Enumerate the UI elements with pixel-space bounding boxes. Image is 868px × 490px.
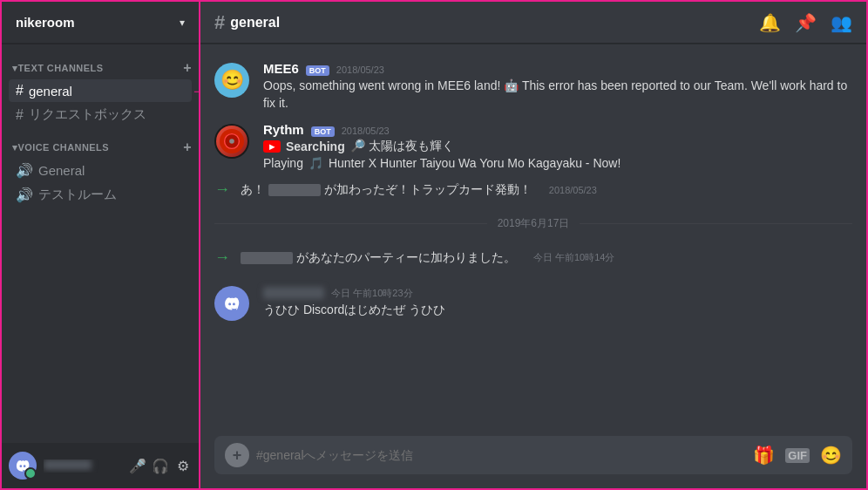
message-group: 😊 MEE6 BOT 2018/05/23 Oops, something we… [200, 58, 866, 115]
add-attachment-button[interactable]: + [225, 443, 249, 467]
searching-label: Searching [286, 140, 345, 153]
message-timestamp: 2018/05/23 [336, 65, 384, 75]
settings-button[interactable]: ⚙ [174, 457, 192, 474]
sidebar: nikeroom ▾ ▾ TEXT CHANNELS + # general →… [0, 0, 200, 490]
message-input-box: + 🎁 GIF 😊 [214, 436, 852, 474]
message-header: Rythm BOT 2018/05/23 [263, 122, 852, 137]
emoji-icon[interactable]: 😊 [820, 445, 842, 466]
add-text-channel-button[interactable]: + [183, 61, 192, 75]
svg-point-2 [229, 139, 234, 144]
playing-label: Playing [263, 156, 303, 170]
message-header: 今日 午前10時23分 [263, 284, 852, 300]
playing-song: Hunter X Hunter Taiyou Wa Yoru Mo Kagaya… [329, 156, 620, 170]
message-text: うひひ Discordはじめたぜ うひひ [263, 302, 852, 319]
voice-channels-label: VOICE CHANNELS [17, 142, 183, 153]
volume-icon: 🔊 [16, 162, 33, 179]
bell-icon[interactable]: 🔔 [759, 12, 781, 33]
message-group: Rythm BOT 2018/05/23 ▶ Searching 🔎 太陽は夜も… [200, 119, 866, 174]
message-author: MEE6 [263, 61, 299, 76]
system-text-2: があなたのパーティーに加わりました。 [241, 250, 516, 266]
voice-channel-general: General [38, 163, 85, 178]
youtube-icon: ▶ [263, 140, 281, 153]
arrow-indicator: → [190, 78, 199, 103]
blurred-username [268, 184, 321, 196]
join-arrow-icon: → [214, 180, 230, 199]
text-channels-section[interactable]: ▾ TEXT CHANNELS + [2, 58, 199, 78]
join-arrow-icon-2: → [214, 248, 230, 267]
user-panel: 🎤 🎧 ⚙ [2, 443, 199, 488]
message-timestamp: 2018/05/23 [342, 126, 390, 136]
avatar [9, 452, 37, 480]
message-timestamp: 今日 午前10時23分 [331, 287, 413, 300]
system-message: → があなたのパーティーに加わりました。 今日 午前10時14分 [200, 245, 866, 270]
message-content: 今日 午前10時23分 うひひ Discordはじめたぜ うひひ [263, 284, 852, 321]
avatar: 😊 [214, 63, 249, 98]
music-notes-icon: 🎵 [309, 156, 323, 170]
voice-channels-section[interactable]: ▾ VOICE CHANNELS + [2, 137, 199, 158]
message-header: MEE6 BOT 2018/05/23 [263, 61, 852, 76]
message-content: MEE6 BOT 2018/05/23 Oops, something went… [263, 61, 852, 112]
hash-icon-2: # [16, 107, 24, 123]
hash-icon: # [16, 83, 24, 99]
channel-name-request: リクエストボックス [29, 106, 146, 123]
blurred-username-2 [241, 252, 293, 264]
user-controls: 🎤 🎧 ⚙ [129, 457, 192, 474]
voice-channel-test: テストルーム [38, 187, 117, 203]
blurred-username-3 [263, 287, 324, 299]
deafen-button[interactable]: 🎧 [152, 457, 169, 474]
system-timestamp-2: 今日 午前10時14分 [533, 251, 615, 264]
username [44, 459, 122, 473]
channel-list: ▾ TEXT CHANNELS + # general → # リクエストボック… [2, 44, 199, 443]
channel-header: # general 🔔 📌 👥 [200, 2, 866, 44]
channel-name-general: general [29, 84, 72, 99]
rythm-searching-line: ▶ Searching 🔎 太陽は夜も輝く [263, 139, 852, 154]
sidebar-item-general-voice[interactable]: 🔊 General [9, 159, 192, 182]
main-content: # general 🔔 📌 👥 😊 MEE6 BOT 2018/05/23 Oo… [200, 0, 868, 490]
sidebar-item-general[interactable]: # general → [9, 79, 192, 102]
message-author [263, 284, 324, 299]
message-input-area: + 🎁 GIF 😊 [200, 436, 866, 488]
channel-header-name: general [230, 15, 280, 31]
message-text: Oops, something went wrong in MEE6 land!… [263, 78, 852, 112]
rythm-playing-line: Playing 🎵 Hunter X Hunter Taiyou Wa Yoru… [263, 156, 852, 170]
channel-hash-icon: # [214, 11, 225, 34]
server-name: nikeroom [16, 15, 75, 30]
message-group: 今日 午前10時23分 うひひ Discordはじめたぜ うひひ [200, 281, 866, 324]
searching-query: 🔎 太陽は夜も輝く [350, 139, 454, 154]
pin-icon[interactable]: 📌 [795, 12, 817, 33]
add-voice-channel-button[interactable]: + [183, 140, 192, 154]
system-timestamp: 2018/05/23 [549, 185, 597, 195]
server-header[interactable]: nikeroom ▾ [2, 2, 199, 44]
messages-area: 😊 MEE6 BOT 2018/05/23 Oops, something we… [200, 44, 866, 436]
mute-button[interactable]: 🎤 [129, 457, 146, 474]
message-author: Rythm [263, 122, 304, 137]
gift-icon[interactable]: 🎁 [753, 445, 775, 466]
members-icon[interactable]: 👥 [831, 12, 852, 33]
rythm-logo [216, 126, 248, 157]
bot-badge: BOT [311, 126, 335, 137]
avatar [214, 124, 249, 159]
channel-header-left: # general [214, 11, 280, 34]
date-divider-label: 2019年6月17日 [498, 216, 570, 231]
date-divider: 2019年6月17日 [200, 202, 866, 245]
text-channels-label: TEXT CHANNELS [17, 63, 183, 73]
system-text: あ！ が加わったぞ！トラップカード発動！ [241, 182, 532, 198]
message-input[interactable] [256, 448, 746, 462]
system-message: → あ！ が加わったぞ！トラップカード発動！ 2018/05/23 [200, 177, 866, 202]
sidebar-item-test-room[interactable]: 🔊 テストルーム [9, 183, 192, 207]
user-info [44, 459, 122, 473]
message-content: Rythm BOT 2018/05/23 ▶ Searching 🔎 太陽は夜も… [263, 122, 852, 170]
avatar [214, 286, 249, 321]
channel-header-icons: 🔔 📌 👥 [759, 12, 852, 33]
chevron-down-icon: ▾ [180, 17, 185, 29]
input-icons: 🎁 GIF 😊 [753, 445, 842, 466]
volume-icon-2: 🔊 [16, 187, 33, 203]
bot-badge: BOT [306, 65, 329, 76]
sidebar-item-request[interactable]: # リクエストボックス [9, 103, 192, 126]
gif-icon[interactable]: GIF [785, 448, 810, 463]
